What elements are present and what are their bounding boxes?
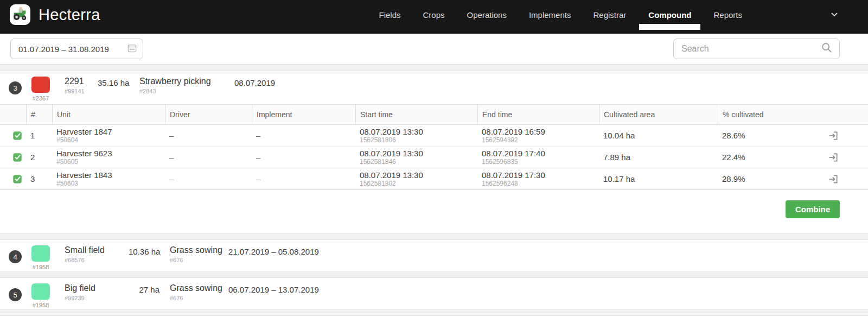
col-driver: Driver [165,105,252,124]
section-divider [0,271,868,278]
col-unit: Unit [52,105,165,124]
date-range-input[interactable] [10,39,143,59]
search-input[interactable] [680,43,821,54]
row-number: 1 [26,131,52,140]
search-icon[interactable] [821,42,833,56]
end-time-cell: 08.07.2019 17:40 1562596835 [477,149,599,166]
end-time-cell: 08.07.2019 16:59 1562594392 [477,127,599,144]
open-in-new-panel-icon[interactable] [828,174,839,185]
nav-tab-crops[interactable]: Crops [423,10,445,20]
col-implement: Implement [252,105,355,124]
col-actions [818,105,868,124]
field-name-block: 2291 #99141 [65,77,98,94]
col-start-time: Start time [355,105,477,124]
col-number: # [26,105,52,124]
record-number-badge: 5 [9,288,22,301]
start-timestamp: 1562581846 [360,158,477,166]
field-name: Small field [65,245,129,255]
operation-name: Strawberry picking [139,77,219,86]
end-time: 08.07.2019 17:40 [482,149,599,158]
start-timestamp: 1562581802 [360,180,477,187]
unit-cell: Harvester 1843 #50603 [52,170,165,187]
open-in-new-panel-icon[interactable] [828,152,839,163]
end-timestamp: 1562596248 [482,180,599,187]
operation-dates: 21.07.2019 – 05.08.2019 [228,245,319,256]
record-number-badge: 3 [9,81,22,94]
field-id: #68576 [65,257,129,263]
record-card-5[interactable]: 5 #1958 Big field #99239 27 ha Grass sow… [0,278,868,309]
percent-cultivated: 28.9% [718,174,818,183]
app-header: Hecterra Fields Crops Operations Impleme… [0,0,868,34]
calendar-icon[interactable] [127,43,137,55]
nav-tab-reports[interactable]: Reports [713,10,742,20]
start-time: 08.07.2019 13:30 [360,127,477,136]
operation-block: Grass sowing #676 [170,283,228,301]
combine-button[interactable]: Combine [786,200,840,218]
date-range-value[interactable] [17,44,127,54]
operations-table-header: # Unit Driver Implement Start time End t… [0,105,868,125]
row-checkbox[interactable] [13,153,22,162]
tractor-icon [11,5,29,24]
field-color-id: #1958 [33,264,49,270]
unit-cell: Harvester 9623 #50605 [52,149,165,166]
nav-tab-operations[interactable]: Operations [467,10,507,20]
end-time: 08.07.2019 16:59 [482,127,599,136]
row-number: 3 [26,174,52,183]
col-percent-cultivated: % cultivated [718,105,818,124]
record-number-badge: 4 [9,250,22,263]
start-time: 08.07.2019 13:30 [360,170,477,180]
implement-cell: – [252,153,355,162]
field-color-swatch [31,283,50,300]
percent-cultivated: 28.6% [718,131,818,140]
section-divider [0,65,868,71]
unit-cell: Harvester 1847 #50604 [52,127,165,144]
operation-block: Strawberry picking #2843 [139,77,219,94]
row-checkbox[interactable] [13,131,22,140]
nav-tab-registrar[interactable]: Registrar [593,10,626,20]
percent-cultivated: 22.4% [718,153,818,162]
app-logo [10,4,30,25]
operation-dates: 08.07.2019 [234,77,275,87]
row-number: 2 [26,153,52,162]
nav-tab-compound[interactable]: Compound [648,10,691,20]
field-id: #99239 [65,295,129,301]
col-cultivated-area: Cultivated area [599,105,718,124]
search-box[interactable] [673,39,840,59]
record-card-4[interactable]: 4 #1958 Small field #68576 10.36 ha Gras… [0,240,868,271]
table-actions: Combine [0,190,868,233]
field-name-block: Small field #68576 [65,245,129,263]
start-time: 08.07.2019 13:30 [360,149,477,158]
row-checkbox[interactable] [13,175,22,183]
field-name-block: Big field #99239 [65,283,129,301]
chevron-down-icon[interactable] [831,12,838,17]
operation-dates: 06.07.2019 – 13.07.2019 [228,283,319,294]
record-header: 5 #1958 Big field #99239 27 ha Grass sow… [0,278,868,308]
record-card-3: 3 #2367 2291 #99141 35.16 ha Strawberry … [0,71,868,233]
nav-tab-fields[interactable]: Fields [379,10,401,20]
page-bottom [0,316,868,322]
table-row: 1 Harvester 1847 #50604 – – 08.07.2019 1… [0,125,868,147]
end-timestamp: 1562596835 [482,158,599,166]
record-header[interactable]: 3 #2367 2291 #99141 35.16 ha Strawberry … [0,71,868,105]
operation-id: #676 [170,295,228,301]
implement-cell: – [252,174,355,183]
field-color-id: #2367 [33,95,49,102]
cultivated-area: 7.89 ha [599,153,718,162]
open-in-new-panel-icon[interactable] [828,130,839,141]
unit-id: #50604 [56,136,165,144]
field-name: Big field [65,283,129,293]
driver-cell: – [165,153,252,162]
col-end-time: End time [477,105,599,124]
section-divider [0,233,868,240]
field-color-id: #1958 [33,302,49,308]
app-title: Hecterra [39,6,100,24]
field-color-swatch [31,77,50,93]
cultivated-area: 10.04 ha [599,131,718,140]
unit-name: Harvester 1843 [56,170,165,180]
nav-tab-implements[interactable]: Implements [529,10,571,20]
section-divider [0,309,868,316]
implement-cell: – [252,131,355,140]
operation-name: Grass sowing [170,245,228,255]
start-time-cell: 08.07.2019 13:30 1562581802 [355,170,477,187]
record-header: 4 #1958 Small field #68576 10.36 ha Gras… [0,240,868,270]
